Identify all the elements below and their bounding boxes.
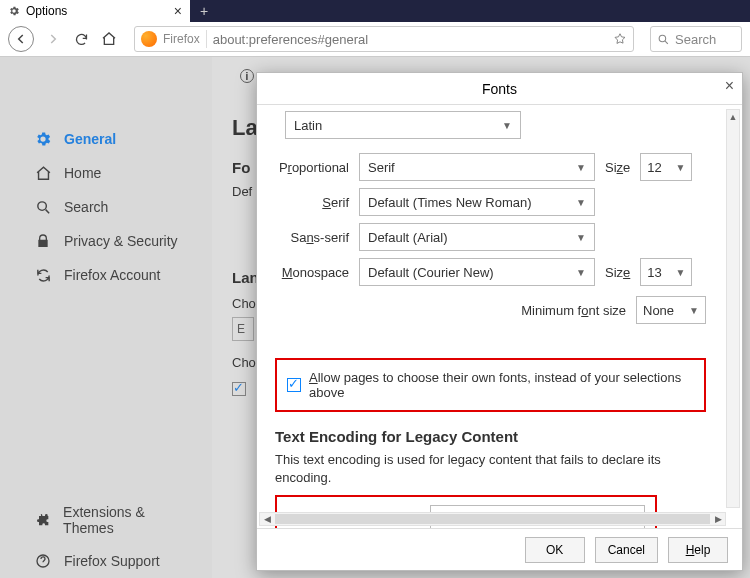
monospace-size-select[interactable]: 13 ▼ — [640, 258, 692, 286]
select-value: Serif — [368, 160, 395, 175]
fonts-for-language-select[interactable]: Latin ▼ — [285, 111, 521, 139]
chevron-down-icon: ▼ — [576, 197, 586, 208]
select-value: Default (Courier New) — [368, 265, 494, 280]
scroll-left-icon[interactable]: ◀ — [260, 513, 274, 525]
encoding-heading: Text Encoding for Legacy Content — [275, 428, 726, 445]
search-placeholder: Search — [675, 32, 716, 47]
cancel-button[interactable]: Cancel — [595, 537, 658, 563]
browser-tab-options[interactable]: Options × — [0, 0, 190, 22]
proportional-size-select[interactable]: 12 ▼ — [640, 153, 692, 181]
select-value: Default (Arial) — [368, 230, 447, 245]
chevron-down-icon: ▼ — [502, 120, 512, 131]
proportional-label: Proportional — [275, 160, 349, 175]
serif-select[interactable]: Default (Times New Roman) ▼ — [359, 188, 595, 216]
search-icon — [657, 33, 670, 46]
reload-button[interactable] — [72, 30, 90, 48]
dialog-title: Fonts — [482, 81, 517, 97]
sans-serif-label: Sans-serif — [275, 230, 349, 245]
dialog-body: Latin ▼ Proportional Serif ▼ Size 12 ▼ S… — [257, 105, 742, 528]
tab-bar: Options × + — [0, 0, 750, 22]
size-label-2: Size — [605, 265, 630, 280]
vertical-scrollbar[interactable]: ▲ — [726, 109, 740, 508]
new-tab-button[interactable]: + — [190, 0, 218, 22]
dialog-footer: OK Cancel Help — [257, 528, 742, 570]
chevron-down-icon: ▼ — [689, 305, 699, 316]
divider — [206, 30, 207, 48]
nav-bar: Firefox about:preferences#general Search — [0, 22, 750, 57]
chevron-down-icon: ▼ — [675, 267, 685, 278]
url-text: about:preferences#general — [213, 32, 607, 47]
sans-serif-select[interactable]: Default (Arial) ▼ — [359, 223, 595, 251]
encoding-description: This text encoding is used for legacy co… — [275, 451, 675, 487]
identity-label: Firefox — [163, 32, 200, 46]
allow-fonts-label: Allow pages to choose their own fonts, i… — [309, 370, 694, 400]
tab-close-icon[interactable]: × — [174, 3, 182, 19]
serif-label: Serif — [275, 195, 349, 210]
chevron-down-icon: ▼ — [675, 162, 685, 173]
tab-title: Options — [26, 4, 67, 18]
monospace-label: Monospace — [275, 265, 349, 280]
back-button[interactable] — [8, 26, 34, 52]
chevron-down-icon: ▼ — [576, 267, 586, 278]
scroll-up-icon[interactable]: ▲ — [727, 110, 739, 124]
proportional-select[interactable]: Serif ▼ — [359, 153, 595, 181]
select-value: 13 — [647, 265, 661, 280]
ok-button[interactable]: OK — [525, 537, 585, 563]
home-button[interactable] — [100, 30, 118, 48]
select-value: Default (Times New Roman) — [368, 195, 532, 210]
dialog-close-button[interactable]: × — [725, 77, 734, 95]
select-value: Latin — [294, 118, 322, 133]
allow-fonts-checkbox[interactable] — [287, 378, 301, 392]
select-value: 12 — [647, 160, 661, 175]
svg-point-0 — [659, 35, 666, 42]
select-value: None — [643, 303, 674, 318]
dialog-title-bar: Fonts × — [257, 73, 742, 105]
min-font-select[interactable]: None ▼ — [636, 296, 706, 324]
chevron-down-icon: ▼ — [576, 162, 586, 173]
bookmark-star-icon[interactable] — [613, 32, 627, 46]
forward-button[interactable] — [44, 30, 62, 48]
horizontal-scrollbar[interactable]: ◀ ▶ — [259, 512, 726, 526]
gear-icon — [8, 5, 20, 17]
scroll-right-icon[interactable]: ▶ — [711, 513, 725, 525]
url-bar[interactable]: Firefox about:preferences#general — [134, 26, 634, 52]
scrollbar-track[interactable] — [275, 514, 710, 524]
firefox-logo-icon — [141, 31, 157, 47]
highlight-allow-fonts: Allow pages to choose their own fonts, i… — [275, 358, 706, 412]
chevron-down-icon: ▼ — [576, 232, 586, 243]
help-button[interactable]: Help — [668, 537, 728, 563]
size-label: Size — [605, 160, 630, 175]
min-font-label: Minimum font size — [521, 303, 626, 318]
monospace-select[interactable]: Default (Courier New) ▼ — [359, 258, 595, 286]
search-box[interactable]: Search — [650, 26, 742, 52]
fonts-dialog: Fonts × Latin ▼ Proportional Serif ▼ Siz… — [256, 72, 743, 571]
